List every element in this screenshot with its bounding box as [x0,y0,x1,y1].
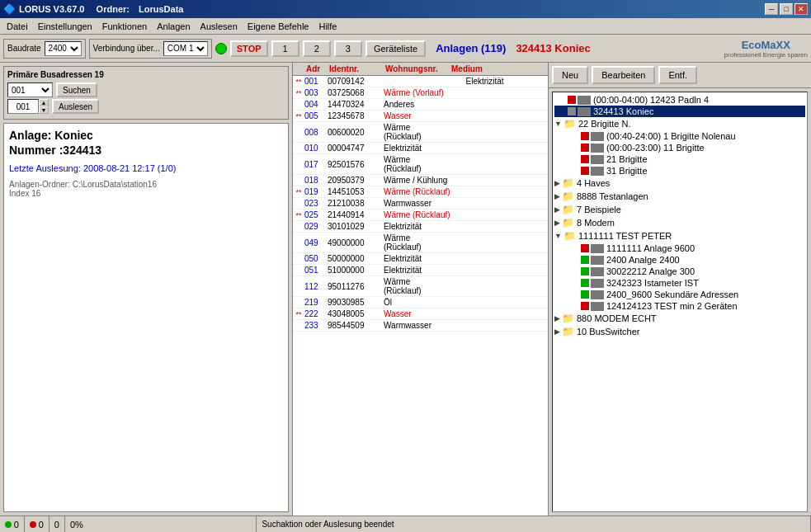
spin-up-button[interactable]: ▲ [39,99,49,106]
right-panel: Neu Bearbeiten Entf. (00:00-04:00) 12423… [549,63,811,516]
anlage-number: Nummer :324413 [9,144,283,157]
menu-item-datei[interactable]: Datei [2,20,33,33]
list-row[interactable]: ** 025 21440914 Wärme (Rücklauf) [293,210,548,221]
list-row[interactable]: ** 019 14451053 Wärme (Rücklauf) [293,186,548,198]
close-button[interactable]: ✕ [794,3,808,15]
tree-item-testpeter[interactable]: ▼📁1111111 TEST PETER [554,229,805,242]
tree-item-brigitte[interactable]: ▼📁22 Brigitte N. [554,117,805,130]
anlage-index: Index 16 [9,189,283,198]
list-row[interactable]: 029 30101029 Elektrizität [293,221,548,233]
tree-item-modem[interactable]: ▶📁8 Modem [554,216,805,229]
status-val1: 0 [14,520,19,530]
tree-area: (00:00-04:00) 12423 Padln 4324413 Koniec… [552,92,808,512]
bus-address2-value[interactable] [7,99,39,114]
folder-label: Ordner: [97,4,130,14]
tree-label: 1111111 Anlage 9600 [606,243,695,253]
stop-button[interactable]: STOP [230,40,268,57]
list-row[interactable]: 233 98544509 Warmwasser [293,320,548,332]
menu-item-eigene befehle[interactable]: Eigene Befehle [243,20,314,33]
anlage-title: Anlage: Koniec [9,129,283,142]
tree-item-haves[interactable]: ▶📁4 Haves [554,177,805,190]
status-dot-green [5,521,12,528]
list-row[interactable]: 050 50000000 Elektrizität [293,253,548,265]
tab2-button[interactable]: 2 [303,40,331,57]
geraete-button[interactable]: Geräteliste [365,40,426,57]
menu-item-einstellungen[interactable]: Einstellungen [33,20,97,33]
list-row[interactable]: ** 005 12345678 Wasser [293,111,548,122]
auslesen-button[interactable]: Auslesen [52,99,99,114]
list-row[interactable]: 008 00600020 Wärme (Rücklauf) [293,122,548,143]
tree-label: 22 Brigitte N. [578,119,631,129]
search-button[interactable]: Suchen [56,82,97,97]
baudrate-select[interactable]: 240048009600 [45,41,82,56]
bearbeiten-button[interactable]: Bearbeiten [592,66,655,84]
tree-label: 8 Modem [577,218,615,228]
list-row[interactable]: ** 003 03725068 Wärme (Vorlauf) [293,87,548,99]
col-adr: Adr [304,64,328,73]
tree-item-istameter[interactable]: 3242323 Istameter IST [554,277,805,289]
tree-label: 4 Haves [577,178,610,188]
tree-item-padln4[interactable]: (00:00-04:00) 12423 Padln 4 [554,94,805,106]
tree-label: 10 BusSwitcher [577,327,639,337]
tree-item-brigitte-21[interactable]: 21 Brigitte [554,153,805,165]
list-row[interactable]: ** 001 00709142 Elektrizität [293,76,548,87]
tree-item-test2geraete[interactable]: 124124123 TEST min 2 Geräten [554,300,805,312]
list-row[interactable]: 049 49000000 Wärme (Rücklauf) [293,233,548,253]
logo-text: EcoMaXX [724,39,808,51]
tree-item-brigitte-31[interactable]: 31 Brigitte [554,165,805,177]
tab1-button[interactable]: 1 [271,40,299,57]
list-row[interactable]: 112 95011276 Wärme (Rücklauf) [293,276,548,297]
bus-address1-select[interactable]: 001 [7,82,53,97]
connection-status-dot [215,43,227,54]
tree-item-modemecht[interactable]: ▶📁880 MODEM ECHT [554,312,805,325]
tree-item-anlage9600[interactable]: 1111111 Anlage 9600 [554,242,805,254]
list-row[interactable]: 004 14470324 Anderes [293,99,548,111]
entf-button[interactable]: Entf. [658,66,697,84]
minimize-button[interactable]: ─ [765,3,778,15]
middle-list: Adr Identnr. Wohnungsnr. Medium ** 001 0… [293,63,549,516]
connection-select[interactable]: COM 1COM 2COM 3 [163,41,208,56]
spin-down-button[interactable]: ▼ [39,106,49,114]
list-row[interactable]: 051 51000000 Elektrizität [293,265,548,276]
tree-label: 2400 Analge 2400 [606,255,680,265]
list-row[interactable]: 010 00004747 Elektrizität [293,143,548,154]
neu-button[interactable]: Neu [552,66,588,84]
tree-item-analge2400[interactable]: 2400 Analge 2400 [554,254,805,266]
tree-item-sekundaere[interactable]: 2400_9600 Sekundäre Adressen [554,289,805,300]
status-val3: 0 [54,520,59,530]
logo-subtext: professionell Energie sparen [724,51,808,59]
tree-label: (00:00-23:00) 11 Brigitte [606,143,705,153]
tree-item-testanlagen[interactable]: ▶📁8888 Testanlagen [554,190,805,203]
tab3-button[interactable]: 3 [334,40,362,57]
tree-item-busswitcher[interactable]: ▶📁10 BusSwitcher [554,325,805,338]
connection-label: Verbindung über... [93,44,160,53]
list-row[interactable]: 023 21210038 Warmwasser [293,198,548,210]
anlage-path: Anlagen-Ordner: C:\LorusData\station16 [9,180,283,189]
list-row[interactable]: ** 222 43048005 Wasser [293,308,548,320]
list-row[interactable]: 018 20950379 Wärme / Kühlung [293,175,548,186]
anlagen-header: Anlagen (119) [436,42,506,54]
maximize-button[interactable]: □ [780,3,793,15]
tree-item-brigitte-11[interactable]: (00:00-23:00) 11 Brigitte [554,142,805,153]
menu-bar: DateiEinstellungenFunktionenAnlagenAusle… [0,18,811,35]
status-bar: 0 0 0 0% Suchaktion oder Auslesung beend… [0,516,811,532]
tree-label: (00:00-04:00) 12423 Padln 4 [593,95,709,105]
menu-item-auslesen[interactable]: Auslesen [196,20,243,33]
list-row[interactable]: 017 92501576 Wärme (Rücklauf) [293,154,548,175]
list-header: Adr Identnr. Wohnungsnr. Medium [293,63,548,76]
toolbar: Baudrate 240048009600 Verbindung über...… [0,35,811,63]
col-identnr: Identnr. [328,64,384,73]
tree-label: 324413 Koniec [593,106,653,116]
info-panel: Anlage: Koniec Nummer :324413 Letzte Aus… [3,123,289,512]
menu-item-funktionen[interactable]: Funktionen [97,20,152,33]
app-title: LORUS V3.67.0 [19,4,84,14]
tree-item-brigitte-nolenau[interactable]: (00:40-24:00) 1 Brigitte Nolenau [554,130,805,142]
bus-title: Primäre Busadressen 19 [7,70,285,79]
list-row[interactable]: 219 99030985 Öl [293,297,548,308]
tree-item-beispiele[interactable]: ▶📁7 Beispiele [554,203,805,216]
menu-item-anlagen[interactable]: Anlagen [152,20,195,33]
menu-item-hilfe[interactable]: Hilfe [314,20,342,33]
tree-item-analge300[interactable]: 30022212 Analge 300 [554,266,805,277]
bus-address2-spinbox[interactable]: ▲ ▼ [7,99,49,114]
tree-item-koniec[interactable]: 324413 Koniec [554,106,805,117]
